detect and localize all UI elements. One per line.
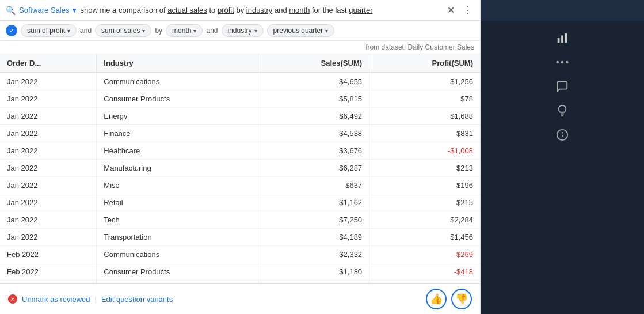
table-cell: $6,287 [258, 160, 369, 177]
month-label: month [172, 27, 191, 35]
table-cell: $7,250 [258, 211, 369, 229]
table-cell: Energy [97, 108, 258, 125]
table-cell: Jan 2022 [0, 142, 97, 160]
table-cell: $5,815 [258, 90, 369, 108]
industry-label: industry [228, 27, 252, 35]
table-cell: $4,538 [258, 125, 369, 142]
previous-quarter-chip[interactable]: previous quarter ▾ [267, 24, 335, 37]
col-sales[interactable]: Sales(SUM) [258, 54, 369, 73]
unmark-reviewed-link[interactable]: Unmark as reviewed [22, 295, 90, 304]
dataset-label: from dataset: Daily Customer Sales [365, 43, 474, 51]
info-button[interactable] [552, 124, 573, 145]
table-cell: Jan 2022 [0, 160, 97, 177]
thumbdown-button[interactable]: 👎 [451, 289, 472, 309]
confirm-icon[interactable]: ✓ [6, 25, 17, 36]
svg-point-5 [566, 61, 569, 64]
bar-chart-button[interactable] [552, 28, 573, 48]
filters-row: ✓ sum of profit ▾ and sum of sales ▾ by … [0, 21, 480, 41]
app-label[interactable]: Software Sales [19, 6, 69, 14]
table-cell: Jan 2022 [0, 194, 97, 211]
table-cell: Misc [97, 177, 258, 194]
industry-chip[interactable]: industry ▾ [222, 24, 264, 37]
chip-arrow: ▾ [67, 28, 70, 34]
more-options-button[interactable]: ⋮ [460, 3, 474, 17]
chip-arrow-3: ▾ [193, 28, 196, 34]
table-cell: Jan 2022 [0, 177, 97, 194]
table-cell: -$418 [369, 263, 480, 281]
sum-of-sales-chip[interactable]: sum of sales ▾ [95, 24, 151, 37]
lightbulb-button[interactable] [552, 100, 573, 121]
table-cell: $3,676 [258, 142, 369, 160]
table-row: Jan 2022Tech$7,250$2,284 [0, 211, 480, 229]
thumbup-button[interactable]: 👍 [426, 289, 447, 309]
svg-point-3 [556, 61, 559, 64]
table-cell: $215 [369, 194, 480, 211]
search-bar: 🔍 Software Sales ▾ show me a comparison … [0, 0, 480, 21]
right-panel [481, 0, 644, 314]
table-cell: Manufacturing [97, 160, 258, 177]
comment-button[interactable] [552, 76, 573, 97]
table-cell: $4,189 [258, 229, 369, 246]
table-row: Jan 2022Manufacturing$6,287$213 [0, 160, 480, 177]
table-cell: Feb 2022 [0, 263, 97, 281]
data-table-container[interactable]: Order D... Industry Sales(SUM) Profit(SU… [0, 54, 480, 283]
separator: | [95, 295, 97, 304]
table-cell: Jan 2022 [0, 73, 97, 90]
table-cell: Retail [97, 194, 258, 211]
table-cell: $78 [369, 90, 480, 108]
unmark-icon: ✕ [8, 294, 17, 304]
col-industry[interactable]: Industry [97, 54, 258, 73]
dataset-info: from dataset: Daily Customer Sales [0, 41, 480, 54]
table-cell: Jan 2022 [0, 125, 97, 142]
table-cell: Tech [97, 211, 258, 229]
table-cell: Jan 2022 [0, 90, 97, 108]
table-cell: $831 [369, 125, 480, 142]
table-cell: $637 [258, 177, 369, 194]
table-cell: $1,688 [369, 108, 480, 125]
table-row: Jan 2022Energy$6,492$1,688 [0, 108, 480, 125]
table-cell: $1,456 [369, 229, 480, 246]
query-text: show me a comparison of actual sales to … [80, 6, 441, 14]
table-header-row: Order D... Industry Sales(SUM) Profit(SU… [0, 54, 480, 73]
chip-arrow-5: ▾ [325, 28, 328, 34]
more-options-panel-button[interactable] [552, 52, 573, 73]
bottom-left-actions: ✕ Unmark as reviewed | Edit question var… [8, 294, 173, 304]
table-cell: Healthcare [97, 142, 258, 160]
table-row: Feb 2022Consumer Products$1,180-$418 [0, 263, 480, 281]
bottom-bar: ✕ Unmark as reviewed | Edit question var… [0, 283, 480, 314]
table-cell: $1,180 [258, 263, 369, 281]
table-cell: $2,332 [258, 246, 369, 263]
right-panel-header [481, 0, 644, 21]
sum-of-profit-label: sum of profit [27, 27, 65, 35]
col-profit[interactable]: Profit(SUM) [369, 54, 480, 73]
table-cell: $2,284 [369, 211, 480, 229]
table-cell: $4,655 [258, 73, 369, 90]
table-row: Jan 2022Communications$4,655$1,256 [0, 73, 480, 90]
feedback-buttons: 👍 👎 [426, 289, 472, 309]
col-order-date[interactable]: Order D... [0, 54, 97, 73]
table-cell: $6,492 [258, 108, 369, 125]
table-cell: $1,162 [258, 194, 369, 211]
table-row: Jan 2022Transportation$4,189$1,456 [0, 229, 480, 246]
close-button[interactable]: ✕ [445, 3, 457, 17]
table-row: Jan 2022Consumer Products$5,815$78 [0, 90, 480, 108]
data-table: Order D... Industry Sales(SUM) Profit(SU… [0, 54, 480, 283]
table-cell: $196 [369, 177, 480, 194]
table-cell: Jan 2022 [0, 211, 97, 229]
month-chip[interactable]: month ▾ [166, 24, 203, 37]
table-cell: -$1,008 [369, 142, 480, 160]
table-row: Jan 2022Healthcare$3,676-$1,008 [0, 142, 480, 160]
table-cell: Finance [97, 125, 258, 142]
svg-rect-1 [561, 35, 563, 43]
right-panel-icons [481, 21, 644, 152]
sum-of-profit-chip[interactable]: sum of profit ▾ [21, 24, 77, 37]
sum-of-sales-label: sum of sales [101, 27, 140, 35]
svg-point-4 [561, 61, 564, 64]
table-cell: Jan 2022 [0, 108, 97, 125]
edit-question-link[interactable]: Edit question variants [101, 295, 173, 304]
table-cell: $1,256 [369, 73, 480, 90]
by-text: by [155, 27, 162, 35]
table-cell: $213 [369, 160, 480, 177]
table-cell: Consumer Products [97, 90, 258, 108]
app-dropdown-icon[interactable]: ▾ [73, 6, 77, 14]
